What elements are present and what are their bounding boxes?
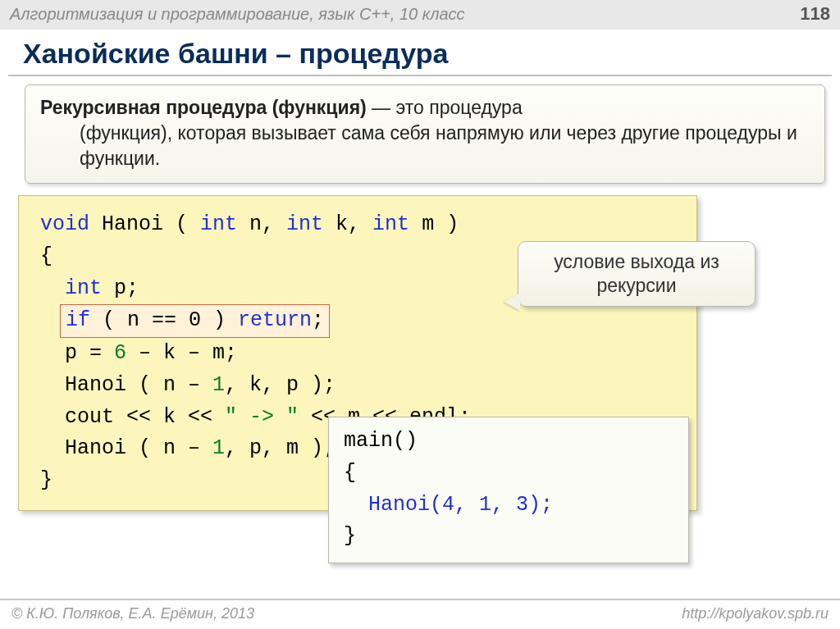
- main-line-4: }: [344, 521, 675, 553]
- page-number: 118: [800, 3, 830, 25]
- callout-text: условие выхода из рекурсии: [554, 251, 719, 296]
- main-code-box: main() { Hanoi(4, 1, 3); }: [328, 417, 689, 563]
- page-title: Ханойские башни – процедура: [0, 30, 840, 75]
- definition-term: Рекурсивная процедура (функция): [40, 97, 367, 118]
- code-line-4: if ( n == 0 ) return;: [40, 304, 678, 338]
- header-bar: Алгоритмизация и программирование, язык …: [0, 0, 840, 30]
- code-line-1: void Hanoi ( int n, int k, int m ): [40, 209, 678, 241]
- definition-box: Рекурсивная процедура (функция) — это пр…: [25, 84, 825, 184]
- callout-tail-icon: [504, 293, 520, 311]
- footer-url: http://kpolyakov.spb.ru: [682, 605, 829, 622]
- highlight-exit-condition: if ( n == 0 ) return;: [60, 304, 330, 338]
- code-line-5: p = 6 – k – m;: [40, 338, 678, 370]
- breadcrumb: Алгоритмизация и программирование, язык …: [10, 5, 465, 24]
- main-line-2: {: [344, 458, 675, 490]
- code-line-6: Hanoi ( n – 1, k, p );: [40, 370, 678, 402]
- footer: © К.Ю. Поляков, Е.А. Ерёмин, 2013 http:/…: [0, 599, 840, 629]
- main-line-1: main(): [344, 426, 675, 458]
- title-rule: [8, 75, 832, 76]
- footer-copyright: © К.Ю. Поляков, Е.А. Ерёмин, 2013: [11, 605, 254, 622]
- definition-body: (функция), которая вызывает сама себя на…: [40, 121, 810, 171]
- main-line-3: Hanoi(4, 1, 3);: [344, 490, 675, 522]
- definition-dash: — это процедура: [367, 97, 523, 118]
- callout-exit-condition: условие выхода из рекурсии: [518, 241, 756, 307]
